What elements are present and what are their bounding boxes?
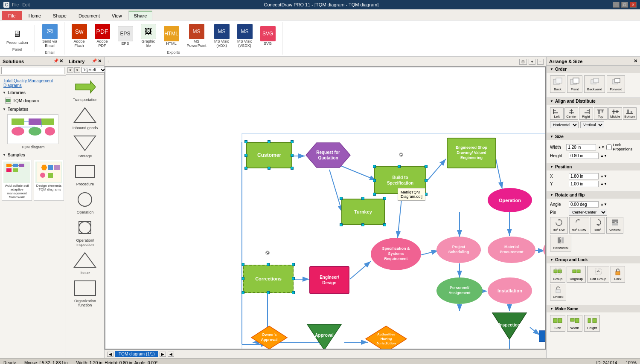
arrange-close-btn[interactable]: ✕ (634, 58, 637, 64)
canvas-fit-btn[interactable]: ⊞ (519, 59, 527, 65)
node-equipment[interactable]: EquipmentScheduling (543, 237, 545, 263)
btn-group[interactable]: Group (550, 266, 565, 283)
arrange-position-title[interactable]: Position (547, 163, 640, 170)
btn-powerpoint[interactable]: MS MSPowerPoint (184, 22, 209, 49)
tab-file[interactable]: File (2, 11, 22, 20)
btn-align-right[interactable]: Right (579, 107, 593, 120)
btn-visio-vdx[interactable]: MS MS Visio(VDX) (211, 22, 233, 49)
template-tqm[interactable]: TQM diagram (2, 113, 64, 151)
width-spinner[interactable]: ▲▼ (598, 145, 605, 149)
arrange-order-title[interactable]: Order (547, 66, 640, 73)
canvas-tab-next[interactable]: ▶ (160, 352, 166, 357)
angle-input[interactable] (569, 201, 599, 208)
btn-send-email[interactable]: ✉ Send viaEmail (39, 22, 61, 49)
maximize-btn[interactable]: □ (621, 2, 628, 8)
lib-item-procedure[interactable]: Procedure (69, 161, 101, 186)
node-project-turnover[interactable]: Project Turnover (539, 326, 545, 346)
x-input[interactable] (569, 173, 599, 179)
y-input[interactable] (569, 181, 599, 187)
node-owners[interactable]: Owner'sApproval (250, 325, 288, 349)
height-spinner[interactable]: ▲▼ (600, 154, 607, 158)
align-v-select[interactable]: Vertical (580, 121, 604, 128)
solution-tqm-link[interactable]: Total Quality Management Diagrams (2, 78, 64, 89)
lib-item-org-function[interactable]: Organization function (69, 277, 101, 307)
node-personnel[interactable]: Personnel/Assignment (436, 277, 483, 304)
btn-back[interactable]: Back (550, 75, 565, 93)
angle-spinner[interactable]: ▲▼ (600, 202, 607, 206)
btn-ungroup[interactable]: Ungroup (567, 266, 586, 283)
btn-flip-vertical[interactable]: Vertical (606, 217, 623, 234)
tab-home[interactable]: Home (23, 11, 47, 20)
node-approval[interactable]: Approval (305, 322, 343, 349)
lib-item-transportation[interactable]: Transportation (69, 76, 101, 102)
btn-eps[interactable]: EPS EPS (115, 24, 136, 47)
node-turnkey[interactable]: Turnkey (341, 199, 385, 225)
btn-adobe-flash[interactable]: Sw AdobeFlash (69, 22, 90, 49)
library-tqm-item[interactable]: TQM diagram (5, 97, 61, 104)
btn-backward[interactable]: Backward (584, 75, 605, 93)
node-corrections[interactable]: Corrections (243, 265, 294, 293)
node-installation[interactable]: Installation (488, 277, 532, 304)
solutions-pin-btn[interactable]: 📌 (53, 58, 58, 64)
btn-unlock[interactable]: Unlock (550, 284, 566, 300)
lib-item-operation[interactable]: Operation (69, 189, 101, 214)
solutions-search-input[interactable] (1, 67, 64, 74)
btn-align-top[interactable]: Top (594, 107, 608, 120)
y-spinner[interactable]: ▲▼ (600, 182, 607, 186)
lock-proportions-checkbox[interactable] (606, 144, 612, 150)
align-h-select[interactable]: Horizontal (550, 121, 579, 128)
btn-edit-group[interactable]: Edit Group (587, 266, 609, 283)
node-build[interactable]: Build toSpecification (374, 166, 426, 194)
node-request[interactable]: Request forQuotation (305, 142, 351, 168)
btn-flip-horizontal[interactable]: Horizontal (550, 235, 571, 251)
arrange-make-same-title[interactable]: Make Same (547, 305, 640, 312)
btn-same-size[interactable]: Size (550, 315, 565, 332)
canvas-zoom-in-btn[interactable]: + (529, 59, 535, 65)
library-pin-btn[interactable]: 📌 (92, 58, 97, 64)
canvas-zoom-out-btn[interactable]: − (537, 59, 544, 65)
node-material[interactable]: MaterialProcurement (488, 237, 535, 263)
btn-same-height[interactable]: Height (584, 315, 600, 332)
width-input[interactable] (566, 144, 596, 150)
node-inspection[interactable]: Inspection (490, 312, 529, 341)
rotate-handle-build[interactable] (399, 153, 403, 157)
btn-align-center[interactable]: Center (564, 107, 578, 120)
tab-view[interactable]: View (106, 11, 128, 20)
library-back-btn[interactable]: < (67, 67, 73, 73)
lib-item-inbound[interactable]: Inbound goods (69, 104, 101, 130)
library-dropdown[interactable]: TQM di... (81, 67, 107, 73)
btn-align-left[interactable]: Left (550, 107, 564, 120)
solutions-close-btn[interactable]: ✕ (59, 58, 63, 64)
x-spinner[interactable]: ▲▼ (600, 174, 607, 178)
node-spec[interactable]: Specification &SystemsRequirement (371, 238, 421, 270)
arrange-rotate-title[interactable]: Rotate and flip (547, 191, 640, 199)
btn-90ccw[interactable]: 90° CCW (569, 217, 589, 234)
node-authorities[interactable]: AuthoritiesHavingJurisdiction (365, 325, 407, 349)
sample-acid-sulfate[interactable]: Acid sulfate soil adaptive management fr… (2, 160, 32, 201)
btn-front[interactable]: Front (567, 75, 582, 93)
btn-align-middle[interactable]: Middle (608, 107, 622, 120)
btn-lock[interactable]: Lock (611, 266, 625, 283)
btn-forward[interactable]: Forward (607, 75, 625, 93)
lib-item-storage[interactable]: Storage (69, 133, 101, 158)
lib-item-op-inspection[interactable]: Operation/inspection (69, 217, 101, 247)
node-engineered[interactable]: Engineered ShopDrawing/ ValuedEngineerin… (447, 138, 496, 168)
height-input[interactable] (569, 153, 599, 159)
node-customer[interactable]: Customer (246, 142, 292, 168)
btn-adobe-pdf[interactable]: PDF AdobePDF (92, 22, 113, 49)
btn-html[interactable]: HTML HTML (161, 24, 182, 47)
library-close-btn[interactable]: ✕ (98, 58, 102, 64)
minimize-btn[interactable]: ─ (613, 2, 620, 8)
btn-same-width[interactable]: Width (567, 315, 582, 332)
btn-presentation[interactable]: 🖥 Presentation (3, 25, 31, 46)
arrange-size-title[interactable]: Size (547, 133, 640, 140)
sample-design-elements[interactable]: Design elements - TQM diagrams (34, 160, 64, 201)
node-engineer[interactable]: Engineer/Design (309, 266, 349, 294)
rotate-handle-corrections[interactable] (265, 251, 270, 255)
pin-select[interactable]: Center-Center (569, 209, 607, 216)
library-forward-btn[interactable]: > (74, 67, 80, 73)
arrange-align-title[interactable]: Align and Distribute (547, 98, 640, 105)
node-project-sched[interactable]: ProjectScheduling (436, 237, 481, 263)
btn-visio-vsdx[interactable]: MS MS Visio(VSDX) (234, 22, 256, 49)
canvas-tab-prev[interactable]: ◀ (107, 352, 113, 357)
